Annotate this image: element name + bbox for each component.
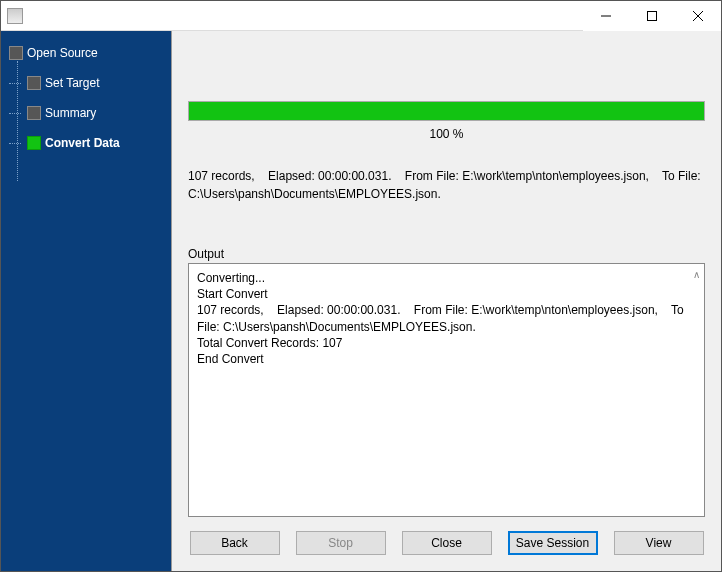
sidebar-item-summary[interactable]: Summary [23,103,167,123]
tree-connector-h [9,83,21,84]
tree-box-icon [9,46,23,60]
sidebar-item-label: Open Source [27,46,98,60]
maximize-button[interactable] [629,1,675,31]
main-area: Open Source Set Target Summary Convert D… [1,31,721,571]
sidebar-item-convert-data[interactable]: Convert Data [23,133,167,153]
window-controls [583,1,721,31]
stop-button: Stop [296,531,386,555]
save-session-button[interactable]: Save Session [508,531,598,555]
sidebar-item-label: Set Target [45,76,99,90]
content-inner: 100 % 107 records, Elapsed: 00:00:00.031… [188,39,705,517]
output-content: Converting... Start Convert 107 records,… [197,271,687,366]
sidebar-item-label: Convert Data [45,136,120,150]
view-button[interactable]: View [614,531,704,555]
minimize-button[interactable] [583,1,629,31]
button-row: Back Stop Close Save Session View [188,517,705,563]
svg-rect-1 [648,11,657,20]
tree-box-icon [27,106,41,120]
scroll-up-icon[interactable]: ∧ [693,268,700,282]
progress-bar [188,101,705,121]
tree-connector [17,61,18,181]
back-button[interactable]: Back [190,531,280,555]
progress-section: 100 % [188,101,705,141]
sidebar: Open Source Set Target Summary Convert D… [1,31,171,571]
sidebar-item-set-target[interactable]: Set Target [23,73,167,93]
sidebar-item-open-source[interactable]: Open Source [5,43,167,63]
summary-text: 107 records, Elapsed: 00:00:00.031. From… [188,167,705,203]
close-window-button[interactable] [675,1,721,31]
sidebar-item-label: Summary [45,106,96,120]
close-button[interactable]: Close [402,531,492,555]
content-panel: 100 % 107 records, Elapsed: 00:00:00.031… [171,31,721,571]
titlebar [1,1,721,31]
tree-connector-h [9,113,21,114]
titlebar-left [1,8,29,24]
output-textarea[interactable]: Converting... Start Convert 107 records,… [188,263,705,517]
tree-box-icon [27,76,41,90]
tree-connector-h [9,143,21,144]
output-label: Output [188,247,705,261]
app-icon [7,8,23,24]
progress-text: 100 % [188,127,705,141]
tree-box-icon [27,136,41,150]
